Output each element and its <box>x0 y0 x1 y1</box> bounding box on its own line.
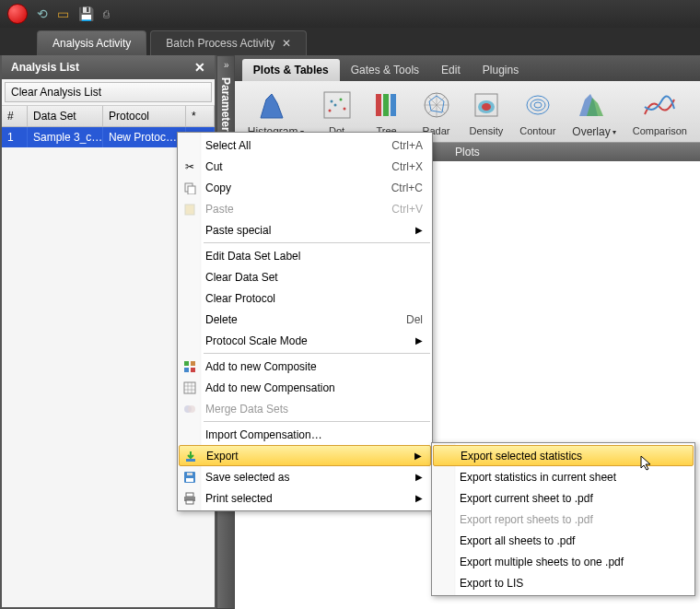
overlay-icon <box>578 88 611 122</box>
menu-cut[interactable]: ✂CutCtrl+X <box>178 156 432 177</box>
svg-rect-0 <box>324 92 350 118</box>
menu-edit-label[interactable]: Edit Data Set Label <box>178 245 432 266</box>
menu-add-compensation[interactable]: Add to new Compensation <box>178 377 432 398</box>
expand-icon[interactable]: » <box>224 60 228 70</box>
export-submenu: Export selected statistics Export statis… <box>431 442 695 596</box>
menu-save-as[interactable]: Save selected as▶ <box>178 466 432 487</box>
menu-merge: Merge Data Sets <box>178 398 432 419</box>
tab-plugins[interactable]: Plugins <box>472 59 530 81</box>
contour-button[interactable]: Contour <box>514 87 561 140</box>
tab-edit[interactable]: Edit <box>430 59 472 81</box>
saveall-icon[interactable]: ⎙ <box>103 8 110 19</box>
svg-point-1 <box>328 110 331 112</box>
open-icon[interactable]: ▭ <box>57 6 69 21</box>
svg-rect-18 <box>185 205 194 215</box>
submenu-export-selected-stats[interactable]: Export selected statistics <box>433 445 694 466</box>
contour-icon <box>521 88 554 122</box>
chevron-right-icon: ▶ <box>415 493 423 503</box>
save-icon[interactable]: 💾 <box>78 6 94 21</box>
svg-rect-23 <box>184 382 195 393</box>
svg-rect-22 <box>191 368 195 372</box>
menu-clear-dataset[interactable]: Clear Data Set <box>178 266 432 287</box>
menu-delete[interactable]: DeleteDel <box>178 309 432 330</box>
menu-scale-mode[interactable]: Protocol Scale Mode▶ <box>178 330 432 351</box>
print-icon <box>181 491 198 506</box>
titlebar: ⟲ ▭ 💾 ⎙ <box>0 0 700 28</box>
panel-title: Analysis List <box>11 61 79 74</box>
svg-point-12 <box>482 103 491 111</box>
close-icon[interactable]: ✕ <box>282 37 291 50</box>
parameters-label: Parameters <box>219 77 232 137</box>
tab-analysis-activity[interactable]: Analysis Activity <box>37 30 146 55</box>
separator <box>204 421 430 422</box>
density-button[interactable]: Density <box>464 87 509 140</box>
overlay-button[interactable]: Overlay▾ <box>566 87 621 140</box>
svg-rect-30 <box>186 493 193 497</box>
svg-point-3 <box>339 99 342 101</box>
svg-point-25 <box>188 405 195 413</box>
svg-point-5 <box>330 100 332 103</box>
col-star[interactable]: * <box>186 106 215 126</box>
comparison-button[interactable]: Comparison <box>627 87 693 140</box>
export-icon <box>182 449 199 463</box>
submenu-export-current-stats[interactable]: Export statistics in current sheet <box>432 466 694 487</box>
menu-print[interactable]: Print selected▶ <box>178 487 432 509</box>
svg-rect-8 <box>391 94 396 116</box>
density-icon <box>470 88 503 122</box>
col-index[interactable]: # <box>2 106 28 126</box>
clear-analysis-button[interactable]: Clear Analysis List <box>5 82 212 102</box>
composite-icon <box>181 359 198 374</box>
menu-copy[interactable]: CopyCtrl+C <box>178 177 432 198</box>
tab-label: Analysis Activity <box>52 37 131 50</box>
chevron-down-icon: ▾ <box>612 128 616 136</box>
svg-point-15 <box>534 102 542 108</box>
svg-rect-32 <box>186 500 193 504</box>
menu-add-composite[interactable]: Add to new Composite <box>178 356 432 377</box>
menu-paste-special[interactable]: Paste special▶ <box>178 219 432 240</box>
histogram-icon <box>259 88 292 122</box>
col-protocol[interactable]: Protocol <box>103 106 186 126</box>
menu-paste: PasteCtrl+V <box>178 198 432 219</box>
cell-index: 1 <box>2 127 28 147</box>
activity-tabbar: Analysis Activity Batch Process Activity… <box>0 28 700 55</box>
submenu-export-lis[interactable]: Export to LIS <box>432 572 694 593</box>
menu-select-all[interactable]: Select AllCtrl+A <box>178 135 432 156</box>
context-menu: Select AllCtrl+A ✂CutCtrl+X CopyCtrl+C P… <box>177 132 433 511</box>
save-icon <box>181 470 198 485</box>
svg-rect-26 <box>186 459 195 462</box>
submenu-export-report-pdf: Export report sheets to .pdf <box>432 509 694 530</box>
submenu-export-multi-pdf[interactable]: Export multiple sheets to one .pdf <box>432 551 694 572</box>
svg-rect-29 <box>187 473 192 475</box>
scissors-icon: ✂ <box>181 159 198 174</box>
svg-point-14 <box>531 100 545 111</box>
submenu-export-current-pdf[interactable]: Export current sheet to .pdf <box>432 487 694 509</box>
svg-rect-19 <box>184 361 189 366</box>
app-logo-icon <box>7 4 28 24</box>
svg-rect-7 <box>383 94 389 116</box>
tab-label: Batch Process Activity <box>166 37 274 50</box>
svg-rect-21 <box>184 368 189 372</box>
paste-icon <box>181 202 198 217</box>
separator <box>204 353 430 354</box>
cell-dataset: Sample 3_c… <box>28 127 103 147</box>
col-dataset[interactable]: Data Set <box>28 106 103 126</box>
wifi-icon[interactable]: ⟲ <box>37 6 48 21</box>
chevron-right-icon: ▶ <box>415 335 423 345</box>
menu-import-comp[interactable]: Import Compensation… <box>178 424 432 445</box>
close-icon[interactable]: ✕ <box>194 60 205 75</box>
svg-rect-20 <box>191 361 195 366</box>
radar-icon <box>420 88 453 122</box>
submenu-export-all-pdf[interactable]: Export all sheets to .pdf <box>432 530 694 551</box>
chevron-right-icon: ▶ <box>415 472 423 482</box>
tree-icon <box>370 88 403 122</box>
tab-plots-tables[interactable]: Plots & Tables <box>242 59 340 81</box>
tab-gates-tools[interactable]: Gates & Tools <box>340 59 430 81</box>
cell-protocol: New Protoc… <box>103 127 186 147</box>
chevron-right-icon: ▶ <box>414 451 422 461</box>
tab-batch-process[interactable]: Batch Process Activity ✕ <box>150 30 307 55</box>
comparison-icon <box>643 88 676 122</box>
copy-icon <box>181 181 198 195</box>
menu-export[interactable]: Export▶ <box>179 445 431 466</box>
menu-clear-protocol[interactable]: Clear Protocol <box>178 287 432 309</box>
table-header: # Data Set Protocol * <box>2 105 215 127</box>
